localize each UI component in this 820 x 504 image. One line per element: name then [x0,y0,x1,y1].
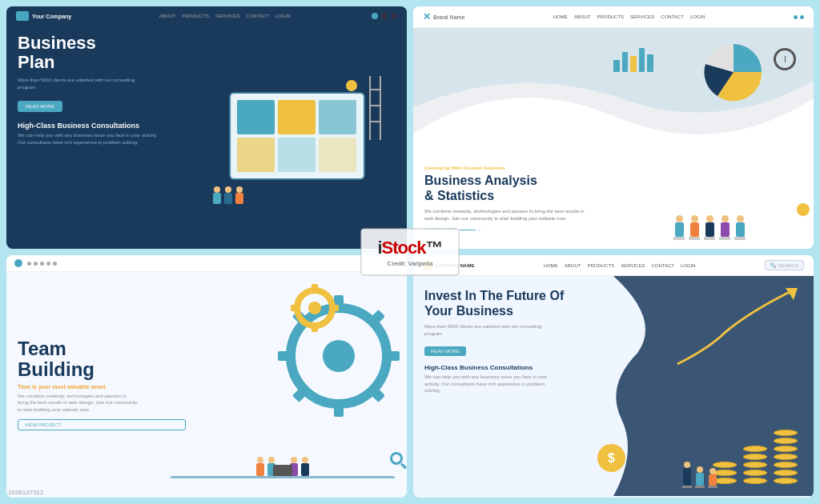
p2-nav-contact[interactable]: CONTACT [661,14,684,19]
screen-card-5 [278,138,316,172]
p2-nav-services[interactable]: SERVICES [630,14,654,19]
figure-1 [213,186,221,204]
panel4-logo: COMPANY NAME [423,261,474,270]
panel1-title-line1: Business [18,33,96,53]
nav-icon-3 [391,13,397,19]
p2-nav-about[interactable]: ABOUT [574,14,591,19]
svg-rect-5 [387,351,400,361]
p3-figure-1 [256,457,264,476]
dot-1 [794,15,798,19]
panel3-body: Team Building Time is your most valuable… [6,272,407,497]
panel2-illustration [605,28,814,248]
coin-stack-2 [743,446,767,484]
p3-dot-3 [40,262,44,266]
brand-x-icon: ✕ [423,11,431,22]
magnifier-icon [390,452,403,465]
nav-login[interactable]: LOGIN [275,14,291,18]
p3-nav-icon [14,259,22,267]
nav-contact[interactable]: CONTACT [246,14,269,18]
stopwatch-icon [774,48,798,72]
panel-business-analysis: ✕ Brand Name HOME ABOUT PRODUCTS SERVICE… [413,6,814,249]
svg-point-12 [308,302,321,314]
panel4-illustration: $ [573,276,814,496]
lightbulb-icon [346,80,357,91]
panel2-title: Business Analysis & Statistics [424,173,625,203]
panel2-body: Coming Up With Creative Solutions Busine… [413,28,814,248]
company-name: Your Company [32,14,71,19]
nav-icon-1 [372,13,378,19]
laptop-icon [273,465,292,476]
p4-figure-3 [708,468,718,488]
search-label: SEARCH [778,263,798,268]
panel2-cta-label: LEARN MORE [424,227,456,232]
panel-team-building: Team Building Time is your most valuable… [6,255,407,498]
p2-nav-login[interactable]: LOGIN [690,14,705,19]
p2-figure-2 [689,215,700,240]
small-gear [283,276,347,340]
panel3-nav-dots [27,262,57,266]
p2-figure-5 [734,215,746,240]
p4-nav-about[interactable]: ABOUT [565,263,581,268]
svg-rect-16 [291,305,297,311]
cta-arrow [460,230,476,230]
p2-nav-products[interactable]: PRODUCTS [597,14,624,19]
panel1-nav-icons [372,13,397,19]
panel1-bottom-desc: We can help you with any business issue … [18,132,162,146]
panel4-people [577,462,718,488]
panel4-search-box[interactable]: 🔍 SEARCH [765,260,804,270]
nav-products[interactable]: PRODUCTS [182,14,209,18]
panel2-cta-button[interactable]: LEARN MORE › [424,227,625,232]
svg-rect-13 [312,284,318,290]
panel4-bottom-desc: We can help you with any business issue … [424,374,561,394]
panel4-body: Invest In The Future Of Your Business Mo… [413,276,814,496]
p4-logo-icon [423,261,432,270]
panel3-description: We combine creativity, technologies and … [18,393,138,413]
panel1-cta-button[interactable]: READ MORE [18,101,62,112]
desk-surface [171,476,395,478]
screen-card-3 [319,100,356,134]
p2-nav-home[interactable]: HOME [553,14,568,19]
figure-2 [224,186,232,204]
panel3-people [159,457,407,485]
coming-label: Coming Up With Creative Solutions [424,166,625,170]
p3-dot-5 [53,262,57,266]
pie-chart [701,40,766,104]
trend-arrow [661,284,806,380]
brand-name-label: Brand Name [433,14,464,20]
svg-rect-4 [334,404,344,417]
panel2-navbar: ✕ Brand Name HOME ABOUT PRODUCTS SERVICE… [413,6,814,28]
p4-company-name: COMPANY NAME [435,263,474,268]
panel1-illustration [187,26,407,246]
panel2-nav-links: HOME ABOUT PRODUCTS SERVICES CONTACT LOG… [471,14,787,19]
search-icon: 🔍 [770,262,776,268]
p4-nav-login[interactable]: LOGIN [681,263,696,268]
panel1-description: More than 5000 clients are satisfied wit… [18,77,146,90]
panel-invest: COMPANY NAME HOME ABOUT PRODUCTS SERVICE… [413,255,814,498]
panel3-navbar [6,255,407,272]
screen-mockup [229,92,365,180]
panel1-content: Business Plan More than 5000 clients are… [6,26,407,246]
panel2-content: Coming Up With Creative Solutions Busine… [424,166,625,232]
nav-services[interactable]: SERVICES [215,14,239,18]
panel2-logo: ✕ Brand Name [423,11,464,22]
p4-nav-home[interactable]: HOME [544,263,558,268]
nav-about[interactable]: ABOUT [159,14,176,18]
p4-nav-products[interactable]: PRODUCTS [587,263,614,268]
svg-rect-15 [332,305,339,311]
panel2-title-line1: Business Analysis [424,174,537,187]
panel3-illustration [151,272,407,497]
panel4-nav-links: HOME ABOUT PRODUCTS SERVICES CONTACT LOG… [480,263,758,268]
panel1-title-line2: Plan [18,52,54,72]
p3-dot-4 [46,262,50,266]
screen-card-1 [237,100,275,134]
p4-figure-1 [682,462,692,488]
p2-figure-3 [704,215,715,240]
coin-stack-3 [774,430,798,484]
p4-nav-contact[interactable]: CONTACT [651,263,674,268]
p4-nav-services[interactable]: SERVICES [621,263,645,268]
screen-card-2 [278,100,316,134]
panel4-navbar: COMPANY NAME HOME ABOUT PRODUCTS SERVICE… [413,255,814,276]
panel4-cta-button[interactable]: READ MORE [424,346,466,356]
p3-dot-1 [27,262,31,266]
svg-rect-6 [278,351,291,361]
